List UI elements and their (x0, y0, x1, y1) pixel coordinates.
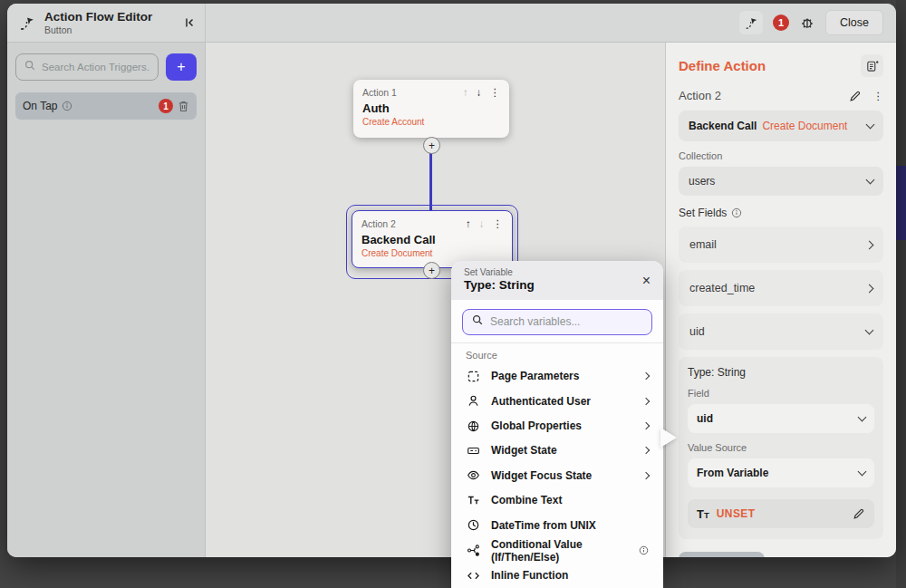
widget-state-icon (466, 444, 481, 458)
close-button[interactable]: Close (825, 10, 883, 35)
flow-overview-button[interactable] (739, 11, 763, 34)
source-item-combine-text[interactable]: Combine Text (451, 488, 663, 513)
action-menu-icon[interactable]: ⋮ (873, 90, 884, 102)
field-dropdown[interactable]: uid (688, 404, 874, 433)
dialog-title: Action Flow Editor (44, 10, 173, 24)
value-source-dropdown[interactable]: From Variable (688, 458, 874, 487)
field-card-email[interactable]: email (679, 227, 883, 263)
collection-value: users (689, 175, 862, 188)
edit-value-icon[interactable] (853, 507, 865, 520)
popup-header: Set Variable Type: String × (451, 261, 663, 300)
error-count-badge[interactable]: 1 (773, 14, 789, 31)
trigger-item-on-tap[interactable]: On Tap 1 (15, 92, 197, 120)
move-down-icon[interactable]: ↓ (479, 218, 485, 229)
conditional-branch-icon (466, 544, 481, 557)
variable-search-input[interactable] (490, 315, 643, 328)
node-title: Backend Call (361, 233, 503, 246)
move-down-icon[interactable]: ↓ (477, 87, 482, 98)
info-icon (62, 101, 72, 111)
chevron-right-icon (642, 447, 650, 454)
edit-action-name-icon[interactable] (849, 90, 862, 102)
chevron-down-icon (858, 413, 867, 422)
source-section-label: Source (451, 342, 663, 363)
dialog-header: Action Flow Editor Button 1 (7, 4, 896, 43)
copy-action-button[interactable] (861, 54, 883, 77)
trigger-search-input[interactable] (42, 62, 150, 72)
user-icon (466, 394, 481, 408)
uid-field-editor: Type: String Field uid Value Source From… (679, 357, 883, 539)
add-trigger-button[interactable]: + (166, 53, 197, 81)
collection-dropdown[interactable]: users (679, 167, 883, 196)
page-parameters-icon (466, 370, 481, 383)
source-item-authenticated-user[interactable]: Authenticated User (451, 389, 663, 413)
dialog-header-right: 1 Close (206, 10, 896, 35)
node-menu-icon[interactable]: ⋮ (490, 86, 501, 99)
action-type-dropdown[interactable]: Backend Call Create Document (679, 111, 883, 141)
define-action-panel: Define Action Action 2 ⋮ Ba (665, 43, 896, 557)
source-item-global-properties[interactable]: Global Properties (451, 413, 663, 438)
source-item-conditional-value[interactable]: Conditional Value (If/Then/Else) (451, 538, 663, 564)
add-field-button[interactable]: + Add Field (679, 552, 765, 557)
variable-search-box[interactable] (462, 309, 652, 335)
globe-icon (466, 419, 481, 433)
action-node-2[interactable]: Action 2 ↑ ↓ ⋮ Backend Call Create Docum… (352, 210, 513, 268)
node-label: Action 2 (361, 218, 458, 229)
delete-trigger-icon[interactable] (178, 100, 189, 112)
field-card-created-time[interactable]: created_time (679, 270, 883, 306)
node-menu-icon[interactable]: ⋮ (493, 217, 504, 230)
dialog-subtitle: Button (44, 24, 173, 35)
node-title: Auth (362, 101, 500, 115)
action-name-label: Action 2 (679, 89, 837, 102)
trigger-error-badge: 1 (159, 99, 173, 113)
chevron-right-icon (865, 284, 874, 293)
chevron-right-icon (642, 472, 650, 479)
eye-icon (466, 468, 481, 482)
action-type-value: Backend Call (689, 120, 757, 132)
move-up-icon[interactable]: ↑ (463, 87, 468, 98)
source-item-inline-function[interactable]: Inline Function (451, 564, 663, 588)
bug-icon[interactable] (799, 14, 815, 31)
search-icon (471, 313, 484, 330)
source-item-widget-focus-state[interactable]: Widget Focus State (451, 463, 663, 487)
field-type-text: Type: String (688, 366, 874, 379)
chevron-down-icon (865, 326, 874, 335)
popup-close-icon[interactable]: × (642, 274, 651, 288)
action-node-1[interactable]: Action 1 ↑ ↓ ⋮ Auth Create Account (353, 80, 509, 138)
triggers-sidebar: + On Tap 1 (7, 43, 206, 557)
value-source-label: Value Source (688, 442, 874, 453)
background-app-edge (896, 0, 906, 588)
field-label: Field (688, 388, 874, 399)
move-up-icon[interactable]: ↑ (466, 218, 471, 229)
source-item-page-parameters[interactable]: Page Parameters (451, 363, 663, 388)
chevron-right-icon (642, 397, 650, 404)
popup-eyebrow: Set Variable (464, 267, 535, 277)
action-subtype-value: Create Document (762, 120, 862, 132)
source-item-widget-state[interactable]: Widget State (451, 439, 663, 463)
variable-value-field[interactable]: TT UNSET (688, 499, 874, 528)
info-icon (731, 207, 742, 218)
source-item-datetime-from-unix[interactable]: DateTime from UNIX (451, 513, 663, 537)
clock-icon (466, 518, 481, 532)
code-icon (466, 569, 481, 583)
connector-line (429, 153, 432, 210)
trigger-search-box[interactable] (15, 53, 159, 81)
chevron-right-icon (642, 422, 650, 429)
dialog-header-left: Action Flow Editor Button (7, 4, 206, 42)
search-icon (24, 59, 36, 75)
node-subtitle: Create Account (362, 117, 500, 127)
chevron-right-icon (865, 240, 874, 249)
action-flow-icon (19, 14, 36, 32)
info-icon (639, 545, 649, 555)
set-fields-label: Set Fields (679, 207, 727, 219)
field-card-uid[interactable]: uid (679, 313, 883, 350)
add-action-connector-button[interactable]: + (423, 262, 440, 279)
collapse-panel-icon[interactable] (181, 15, 196, 30)
add-action-connector-button[interactable]: + (423, 137, 440, 154)
node-subtitle: Create Document (361, 248, 503, 258)
popup-pointer-arrow (660, 428, 677, 448)
collection-label: Collection (679, 150, 883, 161)
text-type-icon: TT (697, 508, 709, 520)
trigger-label: On Tap (23, 100, 57, 112)
chevron-down-icon (866, 176, 875, 185)
chevron-right-icon (642, 372, 650, 380)
